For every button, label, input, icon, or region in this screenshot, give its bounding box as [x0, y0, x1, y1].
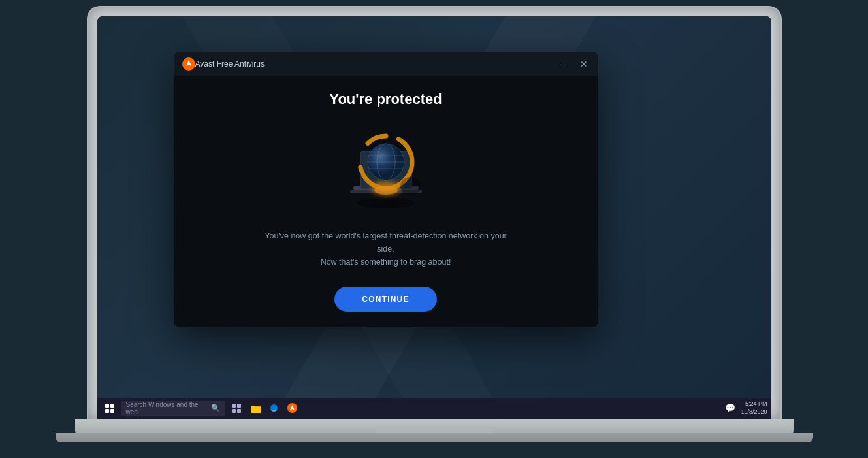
svg-point-7	[374, 186, 398, 195]
taskbar-search[interactable]: Search Windows and the web 🔍	[121, 401, 225, 416]
clock-date: 10/8/2020	[741, 408, 767, 416]
laptop: Avast Free Antivirus — ✕ You're prot	[49, 7, 820, 451]
clock-time: 5:24 PM	[741, 401, 767, 408]
avast-taskbar-icon	[287, 403, 297, 413]
svg-rect-17	[232, 409, 236, 413]
svg-rect-20	[251, 407, 261, 413]
start-button[interactable]	[101, 400, 118, 417]
protection-illustration	[340, 126, 432, 211]
file-explorer-button[interactable]	[248, 400, 265, 417]
app-content: You're protected	[174, 76, 598, 327]
taskbar: Search Windows and the web 🔍	[97, 398, 771, 419]
laptop-hinge	[75, 419, 794, 433]
laptop-screen: Avast Free Antivirus — ✕ You're prot	[97, 16, 771, 419]
notification-icon[interactable]: 💬	[725, 403, 735, 413]
desktop-background: Avast Free Antivirus — ✕ You're prot	[97, 16, 771, 419]
system-clock: 5:24 PM 10/8/2020	[741, 401, 767, 416]
task-view-icon	[232, 404, 241, 413]
search-placeholder-text: Search Windows and the web	[126, 401, 207, 416]
taskbar-app-icons	[248, 400, 301, 417]
protected-heading: You're protected	[329, 91, 442, 108]
laptop-base	[56, 433, 813, 442]
avast-logo-icon	[182, 57, 195, 71]
window-controls: — ✕	[558, 58, 590, 70]
edge-icon	[269, 403, 279, 413]
svg-rect-16	[237, 404, 241, 408]
continue-button[interactable]: CONTINUE	[334, 287, 436, 312]
laptop-notch	[376, 428, 493, 433]
protection-svg	[340, 126, 432, 211]
app-title: Avast Free Antivirus	[195, 59, 558, 69]
title-bar: Avast Free Antivirus — ✕	[174, 52, 598, 76]
task-view-button[interactable]	[228, 400, 245, 417]
avast-taskbar-button[interactable]	[284, 400, 301, 417]
file-explorer-icon	[251, 404, 261, 413]
svg-point-1	[357, 198, 415, 208]
svg-rect-18	[237, 409, 241, 413]
app-description: You've now got the world's largest threa…	[262, 229, 510, 269]
svg-point-14	[400, 177, 421, 195]
app-window: Avast Free Antivirus — ✕ You're prot	[174, 52, 598, 327]
taskbar-right: 💬 5:24 PM 10/8/2020	[725, 401, 767, 416]
search-icon: 🔍	[211, 404, 220, 412]
edge-browser-button[interactable]	[266, 400, 283, 417]
laptop-bezel: Avast Free Antivirus — ✕ You're prot	[88, 7, 780, 419]
windows-icon	[105, 404, 114, 413]
svg-rect-15	[232, 404, 236, 408]
close-button[interactable]: ✕	[578, 58, 590, 70]
minimize-button[interactable]: —	[558, 58, 570, 70]
